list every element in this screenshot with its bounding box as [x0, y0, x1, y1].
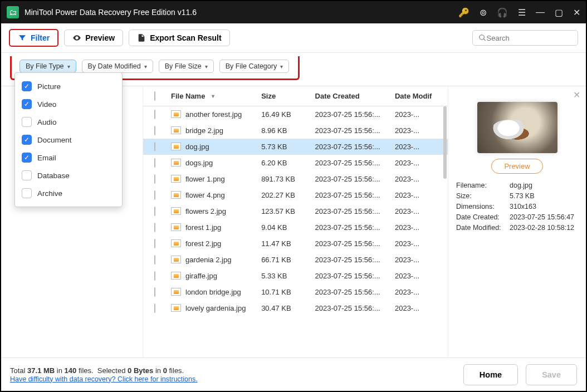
- file-size: 8.96 KB: [258, 126, 311, 135]
- chip-by-file-category[interactable]: By File Category▾: [219, 60, 289, 73]
- search-input[interactable]: [487, 34, 572, 42]
- checkbox-icon[interactable]: [22, 188, 32, 198]
- table-row[interactable]: dogs.jpg 6.20 KB 2023-07-25 15:56:... 20…: [143, 155, 448, 171]
- minimize-icon[interactable]: —: [536, 7, 545, 17]
- table-row[interactable]: lovely gardenia.jpg 30.47 KB 2023-07-25 …: [143, 300, 448, 316]
- help-link[interactable]: Have difficulty with data recovery? Clic…: [10, 375, 198, 383]
- maximize-icon[interactable]: ▢: [555, 7, 563, 18]
- table-row[interactable]: forest 2.jpg 11.47 KB 2023-07-25 15:56:.…: [143, 236, 448, 252]
- row-checkbox[interactable]: [154, 287, 155, 297]
- toolbar: Filter Preview Export Scan Result: [1, 23, 586, 53]
- filter-option[interactable]: Audio: [15, 113, 122, 131]
- preview-button-label: Preview: [85, 33, 115, 42]
- checkbox-icon[interactable]: [22, 117, 32, 127]
- table-row[interactable]: bridge 2.jpg 8.96 KB 2023-07-25 15:56:..…: [143, 122, 448, 139]
- key-icon[interactable]: 🔑: [458, 7, 469, 18]
- table-row[interactable]: another forest.jpg 16.49 KB 2023-07-25 1…: [143, 106, 448, 122]
- filter-option[interactable]: ✓Video: [15, 95, 122, 113]
- table-row[interactable]: flowers 2.jpg 123.57 KB 2023-07-25 15:56…: [143, 203, 448, 219]
- file-icon: [171, 207, 181, 215]
- file-date-modified: 2023-...: [392, 175, 440, 183]
- close-panel-icon[interactable]: ✕: [573, 90, 580, 100]
- checkbox-icon[interactable]: ✓: [22, 99, 32, 109]
- row-checkbox[interactable]: [154, 303, 155, 313]
- filter-option-label: Picture: [37, 82, 61, 91]
- chip-by-file-size[interactable]: By File Size▾: [159, 60, 214, 73]
- sort-icon: ▾: [212, 93, 214, 99]
- table-row[interactable]: giraffe.jpg 5.33 KB 2023-07-25 15:56:...…: [143, 268, 448, 284]
- file-date-created: 2023-07-25 15:56:...: [312, 143, 392, 151]
- search-box[interactable]: [472, 30, 578, 46]
- file-icon: [171, 239, 181, 247]
- row-checkbox[interactable]: [154, 110, 155, 119]
- chip-by-date-modified[interactable]: By Date Modified▾: [82, 60, 153, 73]
- table-row[interactable]: forest 1.jpg 9.04 KB 2023-07-25 15:56:..…: [143, 219, 448, 236]
- column-date-created[interactable]: Date Created: [312, 92, 392, 100]
- column-file-name[interactable]: File Name▾: [168, 92, 258, 100]
- filter-option[interactable]: Archive: [15, 184, 122, 202]
- close-window-icon[interactable]: ✕: [573, 7, 580, 18]
- filter-option[interactable]: Database: [15, 166, 122, 184]
- headphones-icon[interactable]: 🎧: [497, 7, 508, 18]
- file-icon: [171, 304, 181, 312]
- file-size: 123.57 KB: [258, 207, 311, 215]
- checkbox-icon[interactable]: ✓: [22, 81, 32, 91]
- meta-key: Filename:: [456, 182, 510, 189]
- home-button[interactable]: Home: [463, 364, 518, 385]
- meta-value: 310x163: [510, 203, 578, 210]
- column-date-modified[interactable]: Date Modif: [392, 92, 440, 100]
- file-name: flower 4.png: [185, 191, 225, 199]
- file-date-created: 2023-07-25 15:56:...: [312, 175, 392, 183]
- filter-button[interactable]: Filter: [9, 29, 58, 47]
- file-icon: [171, 223, 181, 231]
- file-date-created: 2023-07-25 15:56:...: [312, 223, 392, 232]
- row-checkbox[interactable]: [154, 271, 155, 281]
- filter-option[interactable]: ✓Document: [15, 131, 122, 149]
- disc-icon[interactable]: ⊚: [480, 7, 487, 18]
- file-size: 16.49 KB: [258, 110, 311, 119]
- row-checkbox[interactable]: [154, 142, 155, 151]
- file-name: dogs.jpg: [185, 159, 213, 167]
- checkbox-icon[interactable]: ✓: [22, 135, 32, 145]
- export-button[interactable]: Export Scan Result: [129, 30, 229, 46]
- filter-option[interactable]: ✓Picture: [15, 77, 122, 95]
- menu-icon[interactable]: ☰: [518, 7, 526, 18]
- table-row[interactable]: flower 1.png 891.73 KB 2023-07-25 15:56:…: [143, 171, 448, 187]
- row-checkbox[interactable]: [154, 239, 155, 248]
- filter-icon: [18, 33, 27, 42]
- table-row[interactable]: flower 4.png 202.27 KB 2023-07-25 15:56:…: [143, 187, 448, 203]
- file-name: forest 1.jpg: [185, 223, 221, 232]
- preview-button[interactable]: Preview: [64, 30, 123, 46]
- file-date-created: 2023-07-25 15:56:...: [312, 207, 392, 215]
- status-summary: Total 37.1 MB in 140 files. Selected 0 B…: [10, 366, 463, 375]
- chevron-down-icon: ▾: [144, 63, 147, 70]
- save-button[interactable]: Save: [526, 364, 577, 385]
- file-icon: [171, 126, 181, 134]
- chip-by-file-type[interactable]: By File Type▾: [19, 60, 76, 73]
- scrollbar[interactable]: [443, 106, 447, 179]
- file-date-modified: 2023-...: [392, 304, 440, 312]
- preview-file-button[interactable]: Preview: [491, 159, 542, 174]
- select-all-checkbox[interactable]: [154, 91, 155, 101]
- row-checkbox[interactable]: [154, 174, 155, 184]
- file-icon: [171, 272, 181, 280]
- checkbox-icon[interactable]: [22, 170, 32, 180]
- file-date-modified: 2023-...: [392, 239, 440, 248]
- row-checkbox[interactable]: [154, 207, 155, 216]
- row-checkbox[interactable]: [154, 223, 155, 232]
- file-date-modified: 2023-...: [392, 110, 440, 119]
- row-checkbox[interactable]: [154, 255, 155, 264]
- file-type-dropdown: ✓Picture✓VideoAudio✓Document✓EmailDataba…: [14, 72, 123, 207]
- table-row[interactable]: gardenia 2.jpg 66.71 KB 2023-07-25 15:56…: [143, 252, 448, 268]
- row-checkbox[interactable]: [154, 190, 155, 200]
- table-row[interactable]: dog.jpg 5.73 KB 2023-07-25 15:56:... 202…: [143, 139, 448, 155]
- column-size[interactable]: Size: [258, 92, 311, 100]
- row-checkbox[interactable]: [154, 158, 155, 168]
- table-row[interactable]: london bridge.jpg 10.71 KB 2023-07-25 15…: [143, 284, 448, 300]
- meta-key: Size:: [456, 192, 510, 200]
- checkbox-icon[interactable]: ✓: [22, 153, 32, 163]
- filter-option[interactable]: ✓Email: [15, 149, 122, 166]
- file-icon: [171, 175, 181, 183]
- row-checkbox[interactable]: [154, 126, 155, 135]
- chevron-down-icon: ▾: [280, 63, 283, 70]
